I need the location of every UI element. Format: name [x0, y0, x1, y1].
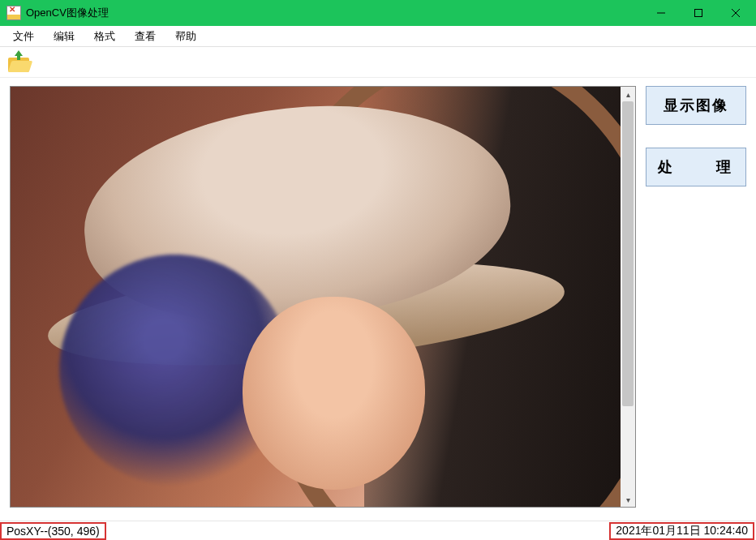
menu-view[interactable]: 查看 — [127, 27, 164, 46]
image-canvas[interactable] — [11, 87, 621, 507]
status-position: PosXY--(350, 496) — [0, 522, 106, 540]
minimize-button[interactable] — [642, 0, 680, 26]
close-button[interactable] — [717, 0, 754, 26]
menu-file[interactable]: 文件 — [5, 27, 42, 46]
menu-edit[interactable]: 编辑 — [45, 27, 83, 46]
scroll-up-arrow-icon[interactable]: ▴ — [621, 87, 635, 101]
svg-rect-1 — [695, 10, 702, 17]
scroll-thumb[interactable] — [622, 101, 634, 406]
app-icon — [6, 6, 21, 20]
right-panel: 显示图像 处 理 — [639, 78, 756, 521]
image-frame: ▴ ▾ — [10, 86, 636, 508]
menu-format[interactable]: 格式 — [86, 27, 123, 46]
open-file-icon[interactable] — [8, 53, 31, 72]
main-area: ▴ ▾ 显示图像 处 理 — [0, 78, 756, 521]
title-bar: OpenCV图像处理 — [0, 0, 756, 26]
window-title: OpenCV图像处理 — [26, 6, 109, 20]
menu-help[interactable]: 帮助 — [167, 27, 204, 46]
show-image-button[interactable]: 显示图像 — [646, 86, 746, 125]
status-datetime: 2021年01月11日 10:24:40 — [609, 522, 754, 540]
scroll-track[interactable] — [621, 101, 635, 492]
scroll-down-arrow-icon[interactable]: ▾ — [621, 492, 635, 507]
maximize-button[interactable] — [680, 0, 717, 26]
process-button[interactable]: 处 理 — [646, 148, 746, 186]
toolbar — [0, 47, 756, 78]
menu-bar: 文件 编辑 格式 查看 帮助 — [0, 26, 756, 47]
vertical-scrollbar[interactable]: ▴ ▾ — [621, 87, 635, 507]
status-bar: PosXY--(350, 496) 2021年01月11日 10:24:40 — [0, 521, 756, 540]
